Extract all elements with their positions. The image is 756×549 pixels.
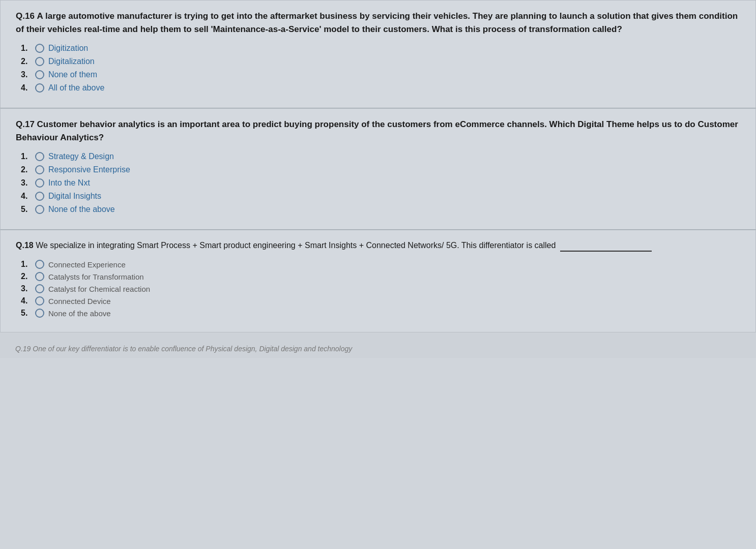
list-item[interactable]: 2. Responsive Enterprise <box>21 165 740 174</box>
question-16-block: Q.16 A large automotive manufacturer is … <box>0 0 756 108</box>
option-number: 1. <box>21 44 33 53</box>
q17-number: Q.17 <box>16 119 37 129</box>
option-number: 4. <box>21 83 33 93</box>
option-label: Catalyst for Chemical reaction <box>48 285 150 293</box>
q16-options-list: 1. Digitization 2. Digitalization 3. Non… <box>16 44 740 93</box>
option-number: 1. <box>21 260 33 269</box>
q18-options-list: 1. Connected Experience 2. Catalysts for… <box>16 260 740 318</box>
option-label: Digital Insights <box>48 192 101 201</box>
option-label: Catalysts for Transformation <box>48 272 144 281</box>
option-label: All of the above <box>48 83 104 93</box>
list-item[interactable]: 3. None of them <box>21 70 740 79</box>
option-number: 3. <box>21 70 33 79</box>
question-16-text: Q.16 A large automotive manufacturer is … <box>16 10 740 36</box>
list-item[interactable]: 4. Digital Insights <box>21 192 740 201</box>
option-label: Connected Experience <box>48 260 126 269</box>
radio-circle[interactable] <box>35 178 44 188</box>
option-number: 1. <box>21 152 33 161</box>
option-label: Digitization <box>48 44 88 53</box>
list-item[interactable]: 4. All of the above <box>21 83 740 93</box>
radio-circle[interactable] <box>35 296 44 306</box>
list-item[interactable]: 2. Digitalization <box>21 57 740 66</box>
radio-circle[interactable] <box>35 83 44 93</box>
list-item[interactable]: 3. Catalyst for Chemical reaction <box>21 284 740 293</box>
option-label: None of them <box>48 70 97 79</box>
question-18-text: Q.18 We specialize in integrating Smart … <box>16 239 740 252</box>
q18-number: Q.18 <box>16 241 36 250</box>
q19-preview-text: Q.19 One of our key differentiator is to… <box>15 345 741 353</box>
q18-blank <box>560 251 652 252</box>
radio-circle[interactable] <box>35 309 44 318</box>
list-item[interactable]: 5. None of the above <box>21 309 740 318</box>
radio-circle[interactable] <box>35 192 44 201</box>
list-item[interactable]: 2. Catalysts for Transformation <box>21 272 740 281</box>
list-item[interactable]: 3. Into the Nxt <box>21 178 740 188</box>
option-label: Into the Nxt <box>48 178 90 188</box>
radio-circle[interactable] <box>35 152 44 161</box>
q19-preview-block: Q.19 One of our key differentiator is to… <box>0 332 756 358</box>
question-18-block: Q.18 We specialize in integrating Smart … <box>0 230 756 332</box>
radio-circle[interactable] <box>35 284 44 293</box>
radio-circle[interactable] <box>35 70 44 79</box>
radio-circle[interactable] <box>35 205 44 214</box>
list-item[interactable]: 1. Digitization <box>21 44 740 53</box>
q17-options-list: 1. Strategy & Design 2. Responsive Enter… <box>16 152 740 214</box>
option-number: 5. <box>21 309 33 318</box>
radio-circle[interactable] <box>35 260 44 269</box>
option-number: 2. <box>21 57 33 66</box>
q16-number: Q.16 <box>16 11 37 21</box>
option-number: 4. <box>21 296 33 306</box>
option-label: Strategy & Design <box>48 152 114 161</box>
question-17-block: Q.17 Customer behavior analytics is an i… <box>0 108 756 230</box>
list-item[interactable]: 5. None of the above <box>21 205 740 214</box>
option-label: None of the above <box>48 205 115 214</box>
list-item[interactable]: 1. Connected Experience <box>21 260 740 269</box>
list-item[interactable]: 4. Connected Device <box>21 296 740 306</box>
option-label: Digitalization <box>48 57 95 66</box>
page-container: Q.16 A large automotive manufacturer is … <box>0 0 756 549</box>
option-number: 2. <box>21 165 33 174</box>
radio-circle[interactable] <box>35 57 44 66</box>
radio-circle[interactable] <box>35 165 44 174</box>
list-item[interactable]: 1. Strategy & Design <box>21 152 740 161</box>
option-number: 5. <box>21 205 33 214</box>
radio-circle[interactable] <box>35 272 44 281</box>
option-label: Responsive Enterprise <box>48 165 130 174</box>
option-number: 4. <box>21 192 33 201</box>
radio-circle[interactable] <box>35 44 44 53</box>
option-number: 3. <box>21 178 33 188</box>
question-17-text: Q.17 Customer behavior analytics is an i… <box>16 118 740 144</box>
option-number: 3. <box>21 284 33 293</box>
option-label: None of the above <box>48 309 111 318</box>
option-number: 2. <box>21 272 33 281</box>
option-label: Connected Device <box>48 297 111 306</box>
